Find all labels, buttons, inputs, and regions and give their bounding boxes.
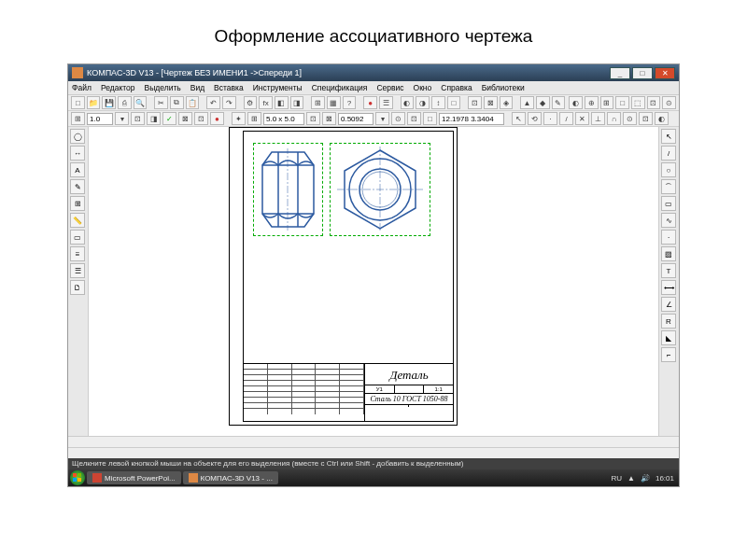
spline-icon[interactable]: ∿	[661, 213, 676, 228]
system-tray[interactable]: RU ▲ 🔊 16:01	[611, 474, 677, 483]
tool-icon[interactable]: ⊡	[194, 112, 208, 125]
tool-icon[interactable]: ⊥	[591, 112, 605, 125]
measure-icon[interactable]: 📏	[70, 213, 85, 228]
menu-file[interactable]: Файл	[72, 83, 92, 92]
undo-button[interactable]: ↶	[206, 96, 220, 109]
tool-icon[interactable]: ⊡	[407, 112, 421, 125]
tool-icon[interactable]: ⊞	[247, 112, 261, 125]
tool-icon[interactable]: □	[615, 96, 629, 109]
lang-indicator[interactable]: RU	[611, 474, 622, 483]
hatch-icon[interactable]: ▨	[661, 246, 676, 261]
spec-icon[interactable]: ≡	[70, 246, 85, 261]
tool-icon[interactable]: ∩	[607, 112, 621, 125]
tray-icon[interactable]: 🔊	[641, 474, 650, 483]
tool-icon[interactable]: ◨	[290, 96, 304, 109]
tool-icon[interactable]: ⊠	[178, 112, 192, 125]
paste-button[interactable]: 📋	[186, 96, 200, 109]
scale-field[interactable]: 0.5092	[338, 113, 374, 125]
tool-icon[interactable]: ⊡	[131, 112, 145, 125]
zoom-field[interactable]: 1.0	[87, 113, 113, 125]
tool-icon[interactable]: ✕	[575, 112, 589, 125]
tool-icon[interactable]: ↖	[512, 112, 526, 125]
cut-button[interactable]: ✂	[154, 96, 168, 109]
tool-icon[interactable]: ⊙	[623, 112, 637, 125]
menu-window[interactable]: Окно	[414, 83, 432, 92]
menu-spec[interactable]: Спецификация	[312, 83, 368, 92]
point-icon[interactable]: ·	[661, 230, 676, 245]
menu-select[interactable]: Выделить	[145, 83, 181, 92]
tool-icon[interactable]: ✓	[162, 112, 176, 125]
circle-icon[interactable]: ○	[661, 162, 676, 177]
tool-icon[interactable]: ●	[210, 112, 224, 125]
close-button[interactable]: ✕	[655, 67, 675, 79]
tool-icon[interactable]: ▲	[520, 96, 534, 109]
tool-icon[interactable]: ⊙	[662, 96, 676, 109]
tool-icon[interactable]: ☰	[379, 96, 393, 109]
line-icon[interactable]: /	[661, 146, 676, 161]
drawing-canvas[interactable]: Деталь У1 1:1 Сталь 10 ГОСТ 1050-88	[89, 127, 658, 436]
preview-button[interactable]: 🔍	[134, 96, 148, 109]
tool-icon[interactable]: ◆	[536, 96, 550, 109]
menu-insert[interactable]: Вставка	[214, 83, 244, 92]
task-kompas[interactable]: КОМПАС-3D V13 - ...	[183, 471, 278, 484]
open-button[interactable]: 📁	[87, 96, 101, 109]
task-powerpoint[interactable]: Microsoft PowerPoi...	[87, 471, 181, 484]
tool-icon[interactable]: ⊠	[322, 112, 336, 125]
tool-icon[interactable]: ⊙	[391, 112, 405, 125]
geometry-icon[interactable]: ◯	[70, 129, 85, 144]
tool-icon[interactable]: ⊡	[647, 96, 661, 109]
dimension-icon[interactable]: ↔	[70, 146, 85, 161]
text-icon[interactable]: T	[661, 263, 676, 278]
maximize-button[interactable]: □	[632, 67, 653, 79]
dim-icon[interactable]: ⟷	[661, 280, 676, 295]
tool-icon[interactable]: fx	[259, 96, 273, 109]
tool-icon[interactable]: ◈	[500, 96, 514, 109]
param-icon[interactable]: ⊞	[70, 196, 85, 211]
tool-icon[interactable]: ⊠	[484, 96, 498, 109]
tool-icon[interactable]: ⬚	[631, 96, 645, 109]
tool-icon[interactable]: ◨	[147, 112, 161, 125]
menu-help[interactable]: Справка	[441, 83, 472, 92]
tool-icon[interactable]: ↕	[431, 96, 445, 109]
tray-icon[interactable]: ▲	[627, 474, 635, 483]
print-button[interactable]: ⎙	[118, 96, 132, 109]
tool-icon[interactable]: ◐	[401, 96, 415, 109]
tool-icon[interactable]: ?	[343, 96, 357, 109]
tool-icon[interactable]: □	[423, 112, 437, 125]
tool-icon[interactable]: ⊡	[639, 112, 653, 125]
menu-view[interactable]: Вид	[190, 83, 204, 92]
menu-service[interactable]: Сервис	[376, 83, 403, 92]
tool-icon[interactable]: ✎	[552, 96, 566, 109]
fillet-icon[interactable]: ⌐	[661, 347, 676, 362]
tool-icon[interactable]: ·	[543, 112, 557, 125]
select-icon[interactable]: ▭	[70, 230, 85, 245]
save-button[interactable]: 💾	[102, 96, 116, 109]
radius-icon[interactable]: R	[661, 314, 676, 329]
tool-icon[interactable]: ⊞	[600, 96, 614, 109]
chamfer-icon[interactable]: ◣	[661, 330, 676, 345]
tool-icon[interactable]: ▾	[375, 112, 389, 125]
report-icon[interactable]: ☰	[70, 263, 85, 278]
tool-icon[interactable]: ◑	[416, 96, 430, 109]
tool-icon[interactable]: ⚙	[244, 96, 258, 109]
arc-icon[interactable]: ⌒	[661, 179, 676, 194]
tool-icon[interactable]: ⊡	[306, 112, 320, 125]
copy-button[interactable]: ⧉	[170, 96, 184, 109]
menu-editor[interactable]: Редактор	[101, 83, 135, 92]
tool-icon[interactable]: /	[559, 112, 573, 125]
tool-icon[interactable]: ✦	[232, 112, 246, 125]
tool-icon[interactable]: ⊡	[468, 96, 482, 109]
tool-icon[interactable]: ▾	[115, 112, 129, 125]
tool-icon[interactable]: ◐	[655, 112, 669, 125]
tool-icon[interactable]: ⟲	[528, 112, 542, 125]
new-button[interactable]: □	[71, 96, 85, 109]
xy-field[interactable]: 12.1978 3.3404	[439, 113, 504, 125]
edit-icon[interactable]: ✎	[70, 179, 85, 194]
tool-icon[interactable]: □	[447, 96, 461, 109]
minimize-button[interactable]: _	[610, 67, 630, 79]
menu-tools[interactable]: Инструменты	[253, 83, 303, 92]
tool-icon[interactable]: ◧	[275, 96, 289, 109]
clock[interactable]: 16:01	[655, 474, 674, 483]
tool-icon[interactable]: ●	[363, 96, 377, 109]
tool-icon[interactable]: ⊕	[585, 96, 599, 109]
